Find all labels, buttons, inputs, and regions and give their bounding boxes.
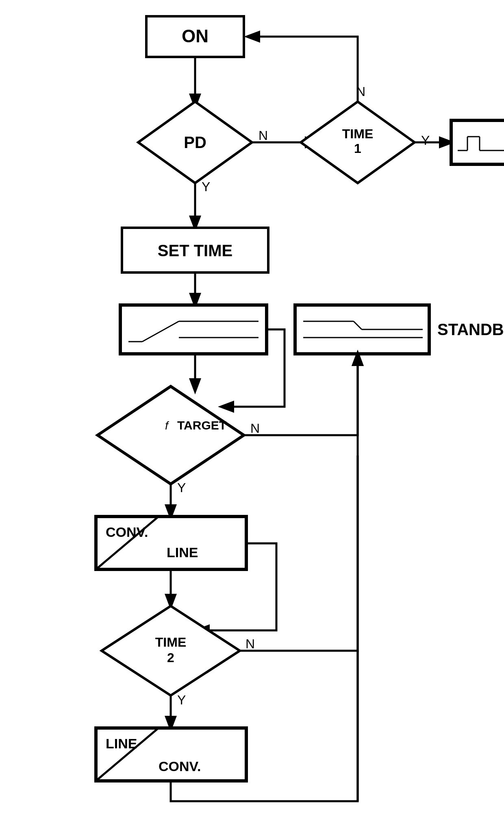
standby-label: STANDBY — [437, 320, 504, 338]
on-label: ON — [182, 26, 209, 46]
ftarget-n-label: N — [250, 421, 260, 436]
time2-label-line2: 2 — [167, 650, 174, 665]
set-time-label: SET TIME — [158, 242, 232, 259]
pd-label: PD — [184, 133, 206, 151]
ftarget-y-label: Y — [177, 480, 186, 495]
svg-rect-6 — [451, 120, 504, 164]
conv-label: CONV. — [106, 524, 148, 540]
time2-label-line1: TIME — [155, 635, 186, 650]
time1-label-line1: TIME — [342, 126, 373, 141]
pd-n-label: N — [259, 128, 268, 143]
time1-label-line2: 1 — [354, 141, 361, 156]
flowchart: ON PD N Y TIME 1 N Y — [0, 0, 504, 837]
pd-y-label: Y — [202, 179, 210, 194]
svg-rect-15 — [120, 305, 267, 354]
line-label-2: LINE — [106, 736, 137, 751]
svg-marker-26 — [98, 386, 244, 484]
time1-y-label: Y — [421, 133, 430, 148]
conv-label-2: CONV. — [159, 759, 201, 774]
f-target-label: TARGET — [177, 418, 226, 432]
line-label-1: LINE — [167, 545, 198, 560]
time2-y-label: Y — [177, 693, 186, 707]
time2-n-label: N — [245, 636, 255, 651]
